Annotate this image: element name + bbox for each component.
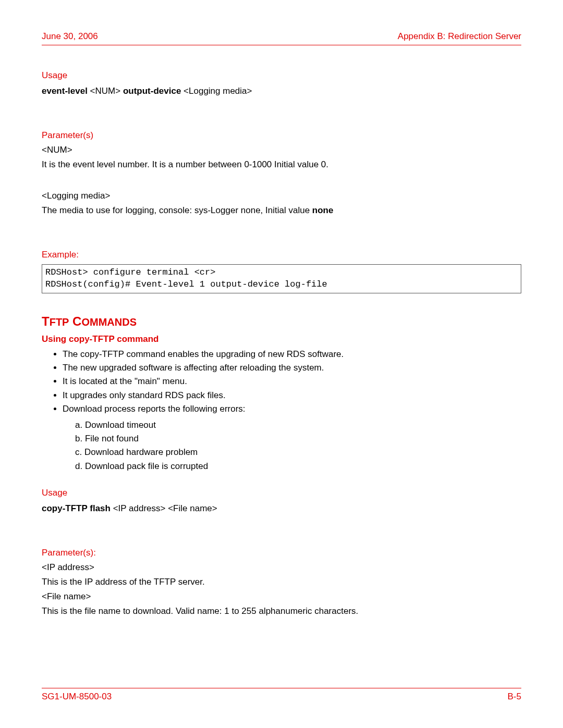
bullet-item: The copy-TFTP command enables the upgrad… [63, 348, 521, 361]
title-c: C [69, 314, 81, 328]
usage-syntax-2: copy-TFTP flash <IP address> <File name> [42, 502, 521, 515]
bullet-item: Download process reports the following e… [63, 402, 521, 416]
header-appendix: Appendix B: Redirection Server [398, 31, 521, 42]
error-sublist: a. Download timeout b. File not found c.… [75, 418, 521, 473]
tftp-commands-title: TFTP COMMANDS [42, 314, 521, 329]
example-heading: Example: [42, 250, 521, 260]
error-item: b. File not found [75, 432, 521, 446]
header-date: June 30, 2006 [42, 31, 98, 42]
usage-syntax: event-level <NUM> output-device <Logging… [42, 85, 521, 98]
page-header: June 30, 2006 Appendix B: Redirection Se… [42, 31, 521, 45]
footer-doc-id: SG1-UM-8500-03 [42, 692, 112, 702]
error-item: a. Download timeout [75, 418, 521, 432]
usage-heading-2: Usage [42, 488, 521, 498]
param-logging-name: <Logging media> [42, 191, 521, 201]
param-logging-desc-bold: none [312, 205, 334, 215]
usage-heading: Usage [42, 70, 521, 81]
page: June 30, 2006 Appendix B: Redirection Se… [0, 0, 563, 728]
usage-plain-2: <Logging media> [181, 86, 252, 96]
title-t: T [42, 314, 50, 328]
usage2-plain: <IP address> <File name> [111, 503, 217, 513]
usage-bold-2: output-device [123, 86, 181, 96]
error-item: d. Download pack file is corrupted [75, 460, 521, 473]
title-ommands: OMMANDS [81, 316, 137, 328]
bullet-item: It is located at the "main" menu. [63, 375, 521, 388]
param-logging-desc: The media to use for logging, console: s… [42, 204, 521, 217]
using-copy-tftp-heading: Using copy-TFTP command [42, 334, 521, 344]
title-ftp: FTP [50, 316, 69, 328]
param-filename-name: <File name> [42, 591, 521, 602]
bullet-list: The copy-TFTP command enables the upgrad… [63, 348, 521, 416]
bullet-item: It upgrades only standard RDS pack files… [63, 389, 521, 402]
example-code: RDSHost> configure terminal <cr> RDSHost… [42, 264, 521, 293]
error-item: c. Download hardware problem [75, 446, 521, 459]
bullet-item: The new upgraded software is affecting a… [63, 361, 521, 375]
footer-page-number: B-5 [508, 692, 521, 702]
parameters-heading-2: Parameter(s): [42, 548, 521, 558]
param-ip-desc: This is the IP address of the TFTP serve… [42, 576, 521, 589]
usage-bold-1: event-level [42, 86, 88, 96]
parameters-heading: Parameter(s) [42, 130, 521, 141]
param-logging-desc-pre: The media to use for logging, console: s… [42, 205, 312, 215]
param-filename-desc: This is the file name to download. Valid… [42, 605, 521, 618]
usage2-bold: copy-TFTP flash [42, 503, 111, 513]
usage-plain-1: <NUM> [88, 86, 123, 96]
page-footer: SG1-UM-8500-03 B-5 [42, 688, 521, 702]
param-num-desc: It is the event level number. It is a nu… [42, 158, 521, 171]
param-num-name: <NUM> [42, 145, 521, 155]
param-ip-name: <IP address> [42, 562, 521, 573]
